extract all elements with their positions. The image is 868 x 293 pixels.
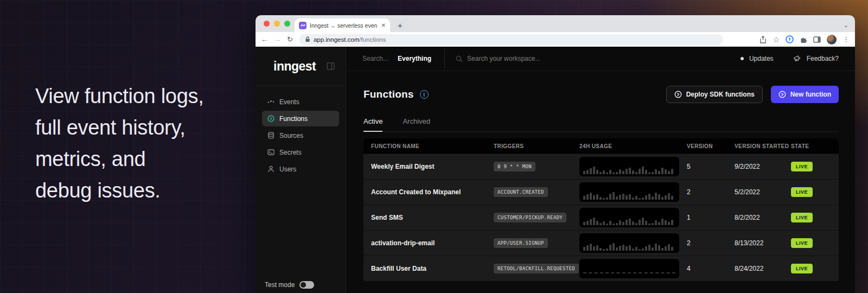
user-icon — [267, 165, 275, 173]
usage-sparkline-empty — [579, 259, 679, 278]
state-badge: LIVE — [791, 162, 813, 171]
profile-avatar[interactable] — [827, 35, 837, 44]
deploy-button-label: Deploy SDK functions — [686, 91, 755, 98]
sidebar-item-label: Secrets — [279, 149, 302, 156]
state-badge: LIVE — [791, 264, 813, 273]
trigger-badge: APP/USER.SIGNUP — [494, 238, 548, 248]
table-row[interactable]: Send SMS CUSTOMER/PICKUP.READY 1 8/2/202… — [363, 205, 839, 230]
close-window-button[interactable] — [264, 21, 270, 27]
main-area: Search... Everything Search your workspa… — [346, 47, 855, 293]
side-panel-icon[interactable] — [813, 36, 821, 43]
test-mode-row: Test mode — [265, 281, 314, 289]
url-path: /functions — [359, 36, 386, 43]
forward-icon[interactable]: → — [274, 36, 281, 43]
col-triggers: TRIGGERS — [494, 143, 579, 149]
sidebar-nav: Events Functions Sources Secrets — [256, 86, 346, 184]
version-value: 2 — [687, 188, 735, 196]
address-bar[interactable]: app.inngest.com/functions — [299, 34, 723, 45]
url-text: app.inngest.com/functions — [314, 36, 386, 43]
trigger-badge: CUSTOMER/PICKUP.READY — [494, 213, 566, 222]
search-shortcut-label[interactable]: Search... — [362, 55, 388, 62]
page-header: Functions i Deploy SDK functions New fun… — [363, 86, 839, 103]
sidebar-item-label: Users — [279, 165, 296, 173]
tab-archived[interactable]: Archived — [403, 117, 430, 131]
password-manager-extension-icon[interactable] — [786, 35, 794, 43]
state-badge: LIVE — [791, 238, 813, 248]
state-badge: LIVE — [791, 187, 813, 197]
usage-sparkline — [579, 208, 679, 227]
test-mode-toggle[interactable] — [299, 281, 314, 289]
new-function-button[interactable]: New function — [771, 86, 839, 103]
sidebar-item-label: Functions — [279, 115, 308, 123]
browser-tab[interactable]: Inngest → serverless event-dri ✕ — [295, 18, 390, 32]
version-started-value: 9/2/2022 — [735, 163, 791, 170]
topbar-divider — [444, 49, 445, 69]
col-version-started: VERSION STARTED — [735, 143, 791, 149]
marketing-canvas: View function logs, full event history, … — [0, 0, 868, 293]
extensions-puzzle-icon[interactable] — [800, 36, 807, 43]
usage-sparkline — [579, 233, 679, 253]
function-name: Weekly Email Digest — [371, 163, 494, 170]
browser-menu-icon[interactable]: ⋮ — [843, 36, 850, 43]
version-started-value: 8/13/2022 — [735, 239, 791, 247]
back-icon[interactable]: ← — [261, 36, 268, 43]
search-scope-everything[interactable]: Everything — [398, 55, 431, 62]
new-function-icon — [778, 91, 786, 98]
trigger-badge: ACCOUNT.CREATED — [494, 187, 548, 197]
col-function-name: FUNCTION NAME — [371, 143, 494, 149]
tab-close-icon[interactable]: ✕ — [380, 22, 386, 28]
inngest-app: inngest Events Functions Sources — [256, 47, 855, 293]
table-row[interactable]: Account Created to Mixpanel ACCOUNT.CREA… — [363, 179, 839, 205]
version-started-value: 8/2/2022 — [735, 214, 791, 221]
function-state-tabs: Active Archived — [363, 117, 839, 132]
deploy-sdk-functions-button[interactable]: Deploy SDK functions — [666, 86, 763, 103]
sidebar-item-sources[interactable]: Sources — [262, 128, 339, 143]
function-name: activation-drip-email — [371, 239, 494, 247]
test-mode-label: Test mode — [265, 281, 295, 289]
function-name: Backfill User Data — [371, 265, 494, 272]
sidebar-item-users[interactable]: Users — [262, 161, 339, 177]
share-icon[interactable] — [760, 36, 767, 43]
table-row[interactable]: Weekly Email Digest 0 9 * * MON 5 9/2/20… — [363, 154, 839, 179]
version-started-value: 8/24/2022 — [735, 265, 791, 272]
table-row[interactable]: Backfill User Data RETOOL/BACKFILL.REQUE… — [363, 256, 839, 281]
sidebar-item-functions[interactable]: Functions — [262, 111, 339, 126]
col-24h-usage: 24H USAGE — [579, 143, 687, 149]
toggle-knob — [301, 282, 306, 288]
minimize-window-button[interactable] — [274, 21, 280, 27]
sidebar-item-secrets[interactable]: Secrets — [262, 144, 339, 160]
page-actions: Deploy SDK functions New function — [666, 86, 839, 103]
sidebar-item-events[interactable]: Events — [262, 94, 339, 110]
table-header: FUNCTION NAME TRIGGERS 24H USAGE VERSION… — [363, 138, 839, 154]
bookmark-star-icon[interactable]: ☆ — [773, 36, 780, 43]
inngest-logo: inngest — [273, 59, 316, 74]
page-title: Functions — [363, 88, 414, 100]
search-icon — [456, 55, 463, 62]
usage-sparkline — [579, 157, 679, 176]
new-tab-button[interactable]: + — [398, 21, 403, 29]
version-value: 1 — [687, 214, 735, 221]
collapse-sidebar-icon[interactable] — [327, 62, 335, 70]
table-row[interactable]: activation-drip-email APP/USER.SIGNUP 2 … — [363, 230, 839, 256]
url-host: app.inngest.com — [314, 36, 359, 43]
workspace-search-input[interactable]: Search your workspace... — [467, 55, 540, 62]
lock-icon — [305, 36, 310, 42]
tab-search-chevron-icon[interactable]: ⌄ — [844, 22, 848, 28]
reload-icon[interactable]: ↻ — [287, 36, 293, 43]
col-state: STATE — [791, 143, 839, 149]
trigger-badge: RETOOL/BACKFILL.REQUESTED — [494, 264, 579, 273]
info-icon[interactable]: i — [420, 90, 429, 99]
tab-active[interactable]: Active — [363, 117, 382, 132]
updates-link[interactable]: Updates — [749, 55, 774, 62]
sidebar-item-label: Events — [279, 98, 299, 106]
deploy-icon — [674, 91, 682, 98]
state-badge: LIVE — [791, 213, 813, 222]
tab-title: Inngest → serverless event-dri — [310, 22, 377, 29]
browser-window: Inngest → serverless event-dri ✕ + ⌄ ← →… — [256, 15, 855, 293]
hero-line: debug issues. — [35, 175, 203, 206]
zoom-window-button[interactable] — [284, 21, 290, 27]
function-name: Send SMS — [371, 214, 494, 221]
inngest-favicon-icon — [299, 22, 307, 29]
feedback-link[interactable]: Feedback? — [807, 55, 839, 62]
functions-table: FUNCTION NAME TRIGGERS 24H USAGE VERSION… — [363, 138, 839, 281]
